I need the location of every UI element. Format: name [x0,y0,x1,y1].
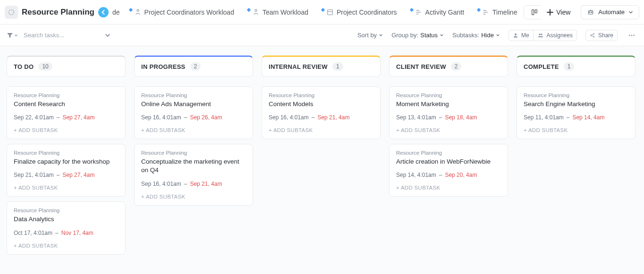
due-date: Sep 21, 4am [190,181,222,187]
column-client: CLIENT REVIEW2Resource PlanningMoment Ma… [389,56,508,265]
task-card[interactable]: Resource PlanningOnline Ads ManagementSe… [134,86,253,139]
column-header[interactable]: TO DO10 [7,56,126,77]
svg-point-8 [592,12,593,13]
add-view-button[interactable]: View [541,6,576,19]
task-breadcrumb: Resource Planning [524,92,628,98]
header-actions: View Automate [541,5,639,19]
tab-activity-gantt[interactable]: Activity Gantt [404,6,471,19]
svg-point-15 [629,34,630,36]
search-input[interactable] [23,31,98,39]
svg-point-2 [255,9,257,11]
add-subtask-button[interactable]: + ADD SUBTASK [396,127,501,133]
task-breadcrumb: Resource Planning [14,150,119,156]
column-title: INTERNAL REVIEW [269,63,328,70]
svg-point-16 [631,34,633,36]
start-date: Sep 11, 4:01am [524,114,564,121]
task-dates: Sep 16, 4:01am–Sep 26, 4am [141,114,246,121]
workload-icon [252,8,260,16]
task-dates: Sep 16, 4:01am–Sep 21, 4am [141,181,246,187]
svg-rect-4 [532,9,534,15]
add-subtask-button[interactable]: + ADD SUBTASK [14,185,119,191]
pin-icon [477,8,481,11]
add-subtask-button[interactable]: + ADD SUBTASK [14,243,119,249]
workload-icon [134,8,142,16]
svg-rect-5 [535,9,537,13]
column-header[interactable]: INTERNAL REVIEW1 [262,56,381,77]
task-card[interactable]: Resource PlanningFinalize capacity for t… [7,144,126,197]
filter-button[interactable] [7,32,18,39]
box-icon [326,8,334,16]
task-dates: Sep 22, 4:01am–Sep 27, 4am [14,114,119,121]
scroll-left-button[interactable] [98,7,109,17]
tab-timeline[interactable]: Timeline [471,6,524,19]
due-date: Sep 18, 4am [445,114,477,121]
tab-partial[interactable]: de [110,8,123,16]
tab-project-coordinators-workload[interactable]: Project Coordinators Workload [123,6,241,19]
svg-rect-3 [328,9,333,15]
due-date: Sep 20, 4am [445,172,477,178]
column-header[interactable]: CLIENT REVIEW2 [389,56,508,77]
task-card[interactable]: Resource PlanningContent ModelsSep 16, 4… [262,86,381,139]
task-dates: Sep 16, 4:01am–Sep 21, 4am [269,114,373,121]
task-breadcrumb: Resource Planning [396,150,501,156]
assignees-button[interactable]: Assignees [534,30,577,41]
task-breadcrumb: Resource Planning [141,92,246,98]
task-card[interactable]: Resource PlanningSearch Engine Marketing… [517,86,636,139]
task-card[interactable]: Resource PlanningConceptualize the marke… [134,144,253,205]
add-view-label: View [556,8,570,16]
tab-team-workload[interactable]: Team Workload [241,6,315,19]
sort-by-button[interactable]: Sort by [357,32,383,39]
due-date: Sep 26, 4am [190,114,222,121]
task-breadcrumb: Resource Planning [269,92,373,98]
start-date: Sep 14, 4:01am [396,172,436,178]
share-button[interactable]: Share [585,30,618,41]
add-subtask-button[interactable]: + ADD SUBTASK [269,127,373,133]
me-button[interactable]: Me [508,30,534,41]
task-card[interactable]: Resource PlanningContent ResearchSep 22,… [7,86,126,139]
column-title: TO DO [14,63,34,70]
column-count: 2 [190,62,201,71]
automate-label: Automate [598,8,625,16]
pin-icon [321,8,325,11]
project-title: Resource Planning [22,8,94,17]
add-subtask-button[interactable]: + ADD SUBTASK [14,127,119,133]
tab-label: Project Coordinators [337,8,397,16]
subtasks-button[interactable]: Subtasks: Hide [452,32,500,39]
column-title: IN PROGRESS [141,63,186,70]
add-subtask-button[interactable]: + ADD SUBTASK [141,127,246,133]
task-title: Article creation in WebForNewbie [396,158,501,166]
pin-icon [409,8,413,11]
header: Resource Planning de Project Coordinator… [0,0,644,25]
task-title: Content Research [14,100,119,108]
svg-point-11 [541,33,542,35]
chevron-down-icon [628,10,633,15]
add-subtask-button[interactable]: + ADD SUBTASK [141,194,246,199]
task-card[interactable]: Resource PlanningArticle creation in Web… [389,144,508,197]
tab-label: Project Coordinators Workload [144,8,234,16]
board: TO DO10Resource PlanningContent Research… [0,46,644,274]
start-date: Sep 21, 4:01am [14,172,54,178]
add-subtask-button[interactable]: + ADD SUBTASK [524,127,628,133]
start-date: Sep 16, 4:01am [141,181,181,187]
column-header[interactable]: IN PROGRESS2 [134,56,253,77]
svg-point-1 [137,9,139,11]
add-subtask-button[interactable]: + ADD SUBTASK [396,185,501,191]
column-progress: IN PROGRESS2Resource PlanningOnline Ads … [134,56,253,265]
column-header[interactable]: COMPLETE1 [517,56,636,77]
more-options-button[interactable] [626,30,637,41]
task-card[interactable]: Resource PlanningMoment MarketingSep 13,… [389,86,508,139]
task-card[interactable]: Resource PlanningData AnalyticsOct 17, 4… [7,201,126,254]
search-options-button[interactable] [105,33,110,38]
task-breadcrumb: Resource Planning [141,150,246,156]
task-breadcrumb: Resource Planning [396,92,501,98]
svg-point-17 [633,34,635,36]
svg-point-10 [539,33,541,35]
group-by-button[interactable]: Group by: Status [391,32,444,39]
column-count: 1 [564,62,575,71]
task-dates: Sep 21, 4:01am–Sep 27, 4am [14,172,119,178]
tab-board[interactable]: Board [524,5,541,19]
automate-button[interactable]: Automate [581,5,639,19]
tab-project-coordinators[interactable]: Project Coordinators [315,6,404,19]
task-dates: Oct 17, 4:01am–Nov 17, 4am [14,230,119,236]
start-date: Sep 16, 4:01am [141,114,181,121]
